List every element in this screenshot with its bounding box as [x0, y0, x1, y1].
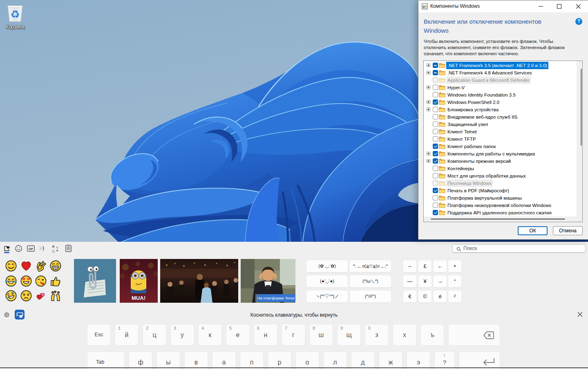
svg-text:MUA!: MUA!: [132, 295, 145, 301]
svg-text:+: +: [56, 248, 58, 253]
svg-text:※: ※: [52, 245, 55, 249]
svg-text:GIF: GIF: [29, 248, 33, 250]
svg-text:△: △: [52, 249, 55, 252]
svg-text:♻: ♻: [10, 8, 20, 20]
